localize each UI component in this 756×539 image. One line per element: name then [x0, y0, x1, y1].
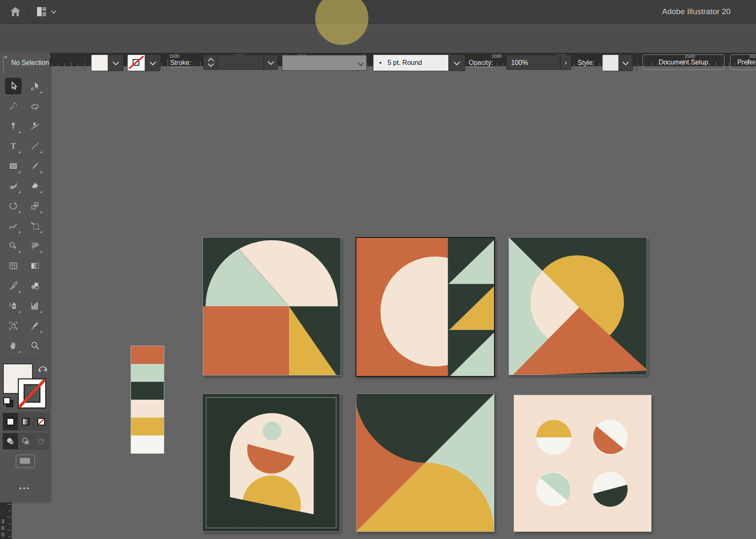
blend-tool[interactable] — [27, 277, 43, 294]
ruler-tick — [600, 63, 600, 66]
curvature-tool[interactable] — [27, 118, 43, 134]
opacity-field[interactable]: 100% — [506, 55, 560, 70]
magic-wand-tool[interactable] — [5, 98, 22, 114]
artboard-tool-tool[interactable] — [5, 317, 22, 334]
swap-fill-stroke-icon — [39, 367, 47, 372]
graphic-style-control[interactable] — [602, 54, 633, 71]
ruler-tick — [84, 63, 84, 66]
symbol-sprayer-icon — [8, 301, 18, 311]
color-chip[interactable] — [131, 435, 164, 453]
blend-icon — [30, 281, 40, 291]
gradient-button[interactable] — [18, 413, 34, 430]
color-chip[interactable] — [131, 346, 164, 364]
slice-tool[interactable] — [27, 317, 43, 334]
gradient-icon — [30, 261, 40, 271]
width-tool[interactable] — [5, 218, 22, 234]
color-chip[interactable] — [131, 400, 164, 418]
chevron-down-icon[interactable] — [51, 10, 57, 14]
paintbrush-tool[interactable] — [27, 158, 43, 174]
perspective-grid-tool[interactable] — [27, 237, 43, 254]
eraser-tool[interactable] — [27, 178, 43, 194]
lasso-tool[interactable] — [27, 98, 43, 114]
eyedropper-icon — [8, 281, 18, 291]
brush-definition-value[interactable]: • 5 pt. Round — [373, 55, 448, 71]
opacity-more-button[interactable]: › — [560, 55, 571, 70]
stroke-label[interactable]: Stroke: — [170, 58, 191, 68]
rotate-tool[interactable] — [5, 198, 22, 214]
scale-icon — [30, 201, 40, 211]
selection-tool[interactable] — [5, 78, 22, 94]
eyedropper-tool[interactable] — [5, 277, 22, 294]
type-tool[interactable]: T — [5, 138, 22, 154]
style-swatch[interactable] — [603, 55, 618, 71]
free-transform-icon — [30, 221, 40, 231]
hand-tool[interactable] — [5, 337, 22, 354]
fill-swatch[interactable] — [91, 55, 108, 71]
none-button[interactable] — [34, 413, 49, 430]
arrange-documents-icon[interactable] — [37, 7, 47, 17]
width-profile-dropdown[interactable] — [282, 55, 367, 71]
draw-inside-button[interactable] — [34, 433, 49, 449]
line-segment-tool[interactable] — [27, 138, 43, 154]
opacity-label[interactable]: Opacity: — [469, 58, 493, 68]
hand-icon — [8, 341, 18, 351]
color-chip[interactable] — [131, 364, 164, 382]
artboard-arch-figure[interactable] — [202, 393, 340, 532]
column-graph-icon — [30, 301, 40, 311]
stroke-dropdown-chevron[interactable] — [145, 55, 160, 71]
brush-definition-control[interactable]: • 5 pt. Round — [373, 54, 465, 71]
artboard-four-split-circles[interactable] — [514, 395, 652, 532]
pen-tool[interactable] — [5, 118, 22, 134]
stroke-color-control[interactable] — [127, 54, 161, 71]
artboard-sun-mountain[interactable] — [509, 237, 647, 375]
appbar-divider — [27, 3, 28, 20]
shape-builder-tool[interactable] — [5, 237, 22, 254]
brush-bullet: • — [379, 55, 381, 71]
stroke-weight-stepper[interactable] — [203, 55, 217, 70]
magic-wand-icon — [8, 101, 18, 111]
change-screen-mode-button[interactable] — [16, 455, 35, 468]
ruler-tick — [497, 63, 497, 66]
collapse-panel-button[interactable]: « — [4, 54, 7, 60]
stroke-weight-chevron[interactable] — [264, 55, 278, 70]
gradient-tool[interactable] — [27, 257, 43, 274]
brush-dropdown-chevron[interactable] — [448, 55, 465, 71]
paintbrush-icon — [30, 161, 40, 171]
panel-drag-handle[interactable] — [2, 56, 4, 73]
draw-normal-button[interactable] — [3, 433, 18, 449]
color-swatch-strip-object[interactable] — [131, 346, 164, 453]
selection-icon — [8, 81, 18, 91]
stroke-weight-field[interactable] — [217, 55, 264, 70]
draw-behind-button[interactable] — [18, 433, 34, 449]
canvas-pasteboard[interactable] — [0, 66, 756, 539]
stroke-swatch-none[interactable] — [128, 55, 145, 71]
scale-tool[interactable] — [27, 198, 43, 214]
style-dropdown-chevron[interactable] — [618, 55, 632, 71]
artboard-dome-quadrants[interactable] — [203, 237, 341, 376]
shape-builder-icon — [8, 241, 18, 251]
zoom-tool[interactable] — [27, 337, 43, 354]
color-chip[interactable] — [131, 418, 164, 435]
ruler-tick — [77, 63, 78, 66]
preferences-button[interactable]: Preferences — [730, 54, 756, 70]
rectangle-tool[interactable] — [5, 158, 22, 174]
home-icon[interactable] — [9, 5, 22, 18]
artboard-curve-pinwheel[interactable] — [356, 393, 494, 532]
free-transform-tool[interactable] — [27, 218, 43, 234]
direct-selection-tool[interactable] — [27, 78, 43, 94]
vertical-ruler: 300 — [0, 502, 12, 539]
fill-color-control[interactable] — [91, 54, 124, 71]
fill-dropdown-chevron[interactable] — [108, 55, 123, 71]
document-setup-button[interactable]: Document Setup — [642, 54, 724, 70]
color-chip[interactable] — [131, 382, 164, 400]
edit-toolbar-button[interactable]: ••• — [0, 485, 50, 492]
symbol-sprayer-tool[interactable] — [5, 297, 22, 314]
shaper-tool[interactable] — [5, 178, 22, 194]
zoom-icon — [30, 341, 40, 351]
color-button[interactable] — [3, 413, 18, 430]
mesh-tool[interactable] — [5, 257, 22, 274]
rectangle-icon — [8, 161, 18, 171]
artboard-circle-and-triangle-column[interactable] — [356, 237, 495, 377]
column-graph-tool[interactable] — [27, 297, 43, 314]
fill-stroke-proxy[interactable] — [0, 361, 50, 413]
